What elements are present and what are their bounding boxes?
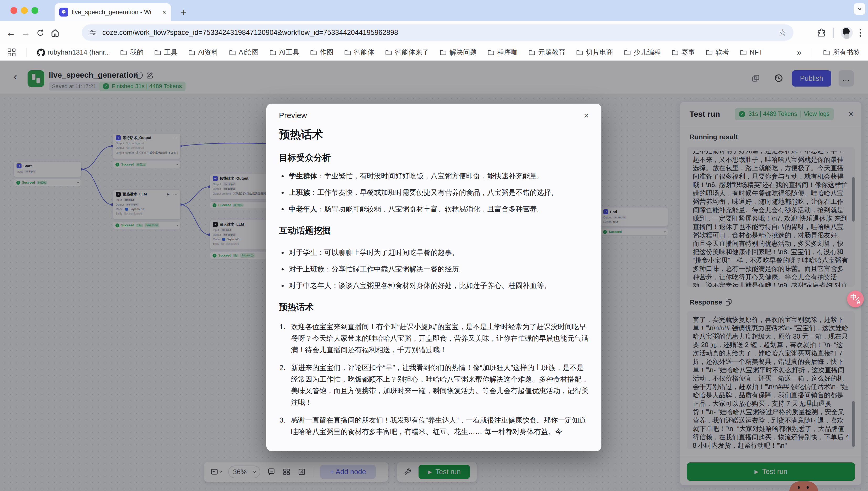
folder-icon <box>576 49 583 56</box>
bookmark-label: 切片电商 <box>586 48 613 57</box>
folder-icon <box>440 49 447 56</box>
folder-icon <box>120 49 127 56</box>
forward-button[interactable]: → <box>18 27 33 38</box>
list-item: 学生群体：学业繁忙，有时没时间好好吃饭，八宝粥方便即食，能快速补充能量。 <box>279 171 589 182</box>
bookmark-label: 赛事 <box>681 48 695 57</box>
bookmark-folder[interactable]: AI工具 <box>269 48 299 57</box>
doc-heading: 预热话术 <box>279 127 589 142</box>
folder-icon <box>740 49 747 56</box>
bookmark-label: 少儿编程 <box>634 48 661 57</box>
traffic-lights <box>10 7 38 14</box>
folder-icon <box>269 49 277 56</box>
folder-icon <box>706 49 713 56</box>
browser-tab[interactable]: live_speech_generation - Wo × <box>55 3 171 21</box>
bullet <box>282 268 284 270</box>
url-text[interactable]: coze.com/work_flow?space_id=753342431984… <box>102 29 774 37</box>
bookmark-folder[interactable]: 软考 <box>706 48 729 57</box>
url-bar[interactable]: coze.com/work_flow?space_id=753342431984… <box>82 24 793 41</box>
bookmark-label: 工具 <box>164 48 178 57</box>
bookmark-label: AI资料 <box>198 48 218 57</box>
bookmarks-overflow-chevron[interactable]: » <box>797 48 801 57</box>
github-icon <box>37 49 45 56</box>
list-item: 对于中老年人：谈谈八宝粥里各种食材对身体的好处，比如莲子养心、桂圆补血等。 <box>279 280 589 291</box>
bookmark-folder[interactable]: 程序咖 <box>487 48 518 57</box>
bookmark-folder[interactable]: 少儿编程 <box>624 48 661 57</box>
bookmark-label: 作图 <box>320 48 334 57</box>
minimize-window-button[interactable] <box>21 7 28 14</box>
bookmark-label: 智能体 <box>354 48 374 57</box>
bookmark-label: 所有书签 <box>833 48 860 57</box>
bookmark-star-icon[interactable]: ☆ <box>779 27 787 38</box>
bullet <box>282 285 284 287</box>
folder-icon <box>154 49 161 56</box>
site-settings-icon[interactable] <box>89 29 96 36</box>
bookmark-folder[interactable]: AI资料 <box>188 48 218 57</box>
folder-icon <box>344 49 351 56</box>
coze-workflow-page: ‹ live_speech_generation i Saved at 11:1… <box>0 61 868 491</box>
tab-title: live_speech_generation - Wo <box>72 8 150 16</box>
bullet <box>282 192 284 194</box>
bookmark-github[interactable]: rubyhan1314 (hanr... <box>37 48 109 56</box>
all-bookmarks[interactable]: 所有书签 <box>823 48 860 57</box>
preview-document: 预热话术 目标受众分析 学生群体：学业繁忙，有时没时间好好吃饭，八宝粥方便即食，… <box>279 127 589 437</box>
folder-icon <box>310 49 317 56</box>
numbered-item: 1.欢迎各位宝宝来到直播间！有个叫“赶课小旋风”的宝宝，是不是上学时经常为了赶课… <box>279 321 589 356</box>
coze-favicon-icon <box>59 8 68 17</box>
bullet <box>282 175 284 177</box>
bookmark-label: AI工具 <box>279 48 299 57</box>
modal-title: Preview <box>279 111 307 120</box>
tab-strip-chevron-button[interactable] <box>854 3 865 15</box>
bookmark-folder[interactable]: 智能体 <box>344 48 374 57</box>
bookmark-folder[interactable]: NFT <box>740 48 763 56</box>
numbered-item: 2.新进来的宝宝们，评论区扣个“早”，让我看到你们的热情！像“加班狂人”这样的上… <box>279 362 589 408</box>
folder-icon <box>487 49 495 56</box>
modal-close-button[interactable]: × <box>584 111 589 120</box>
preview-modal: Preview × 预热话术 目标受众分析 学生群体：学业繁忙，有时没时间好好吃… <box>266 104 601 451</box>
bookmark-label: 软考 <box>716 48 729 57</box>
folder-icon <box>188 49 195 56</box>
extensions-icon[interactable] <box>816 28 826 38</box>
bullet <box>282 208 284 210</box>
bookmark-label: NFT <box>750 48 763 56</box>
bookmark-folder[interactable]: 智能体来了 <box>385 48 429 57</box>
list-item: 上班族：工作节奏快，早餐或加班时需要便捷又有营养的食品，八宝粥是不错的选择。 <box>279 187 589 198</box>
reload-button[interactable] <box>33 28 48 37</box>
tab-strip: live_speech_generation - Wo × + <box>0 0 868 21</box>
browser-toolbar: ← → coze.com/work_flow?space_id=75334243… <box>0 21 868 44</box>
browser-window: live_speech_generation - Wo × + ← → coze… <box>0 0 868 491</box>
tab-close-icon[interactable]: × <box>162 9 166 16</box>
list-item: 对于学生：可以聊聊上学时为了赶时间吃早餐的趣事。 <box>279 247 589 258</box>
bookmark-label: 元壤教育 <box>538 48 565 57</box>
new-tab-button[interactable]: + <box>177 6 190 18</box>
bookmark-label: 程序咖 <box>497 48 518 57</box>
bookmark-folder[interactable]: 工具 <box>154 48 178 57</box>
bookmark-folder[interactable]: 切片电商 <box>576 48 613 57</box>
folder-icon <box>229 49 236 56</box>
bookmark-folder[interactable]: 赛事 <box>671 48 695 57</box>
close-window-button[interactable] <box>10 7 17 14</box>
bookmark-folder[interactable]: 解决问题 <box>440 48 477 57</box>
browser-menu-button[interactable] <box>860 29 861 37</box>
bookmark-folder[interactable]: 我的 <box>120 48 143 57</box>
bullet <box>282 252 284 254</box>
translate-extension-button[interactable]: 中 A <box>847 291 864 308</box>
maximize-window-button[interactable] <box>31 7 38 14</box>
home-button[interactable] <box>48 28 62 37</box>
folder-icon <box>823 49 830 56</box>
bookmark-label: 解决问题 <box>449 48 477 57</box>
folder-icon <box>624 49 631 56</box>
numbered-item: 3.感谢一直留在直播间的朋友们！我发现有位“养生达人”，一看就很注重健康饮食。那… <box>279 414 589 437</box>
translate-icon: A <box>857 299 861 306</box>
bookmark-folder[interactable]: 元壤教育 <box>528 48 565 57</box>
bookmark-folder[interactable]: 作图 <box>310 48 334 57</box>
bookmark-label: AI绘图 <box>239 48 259 57</box>
apps-grid-icon[interactable] <box>8 49 16 56</box>
doc-subheading: 互动话题挖掘 <box>279 225 589 237</box>
profile-avatar[interactable] <box>841 27 853 39</box>
bookmarks-bar: rubyhan1314 (hanr... 我的 工具 AI资料 AI绘图 AI工… <box>0 44 868 61</box>
back-button[interactable]: ← <box>4 27 18 38</box>
list-item: 中老年人：肠胃功能可能较弱，八宝粥食材丰富、软糯易消化，且富含多种营养。 <box>279 204 589 215</box>
folder-icon <box>528 49 536 56</box>
doc-subheading: 预热话术 <box>279 301 589 313</box>
bookmark-folder[interactable]: AI绘图 <box>229 48 259 57</box>
